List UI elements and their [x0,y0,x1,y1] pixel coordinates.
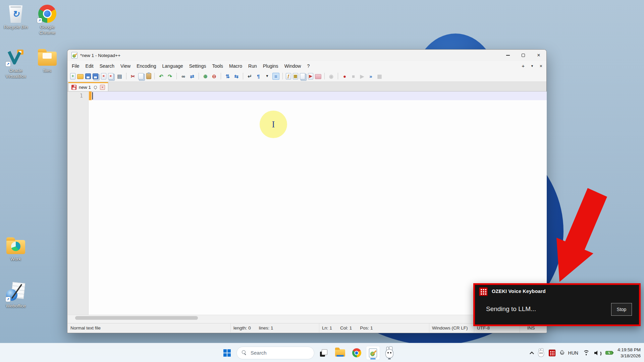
paste-icon[interactable] [146,73,151,79]
run-macro-multiple-icon[interactable]: » [367,73,374,80]
chrome-icon [352,348,361,357]
record-macro-icon[interactable]: ● [341,73,348,80]
line-number: 1 [80,93,83,99]
stop-macro-icon[interactable]: ■ [350,73,357,80]
start-button[interactable] [220,346,234,360]
menu-item-edit[interactable]: Edit [83,62,97,70]
close-file-icon[interactable]: × [101,73,106,79]
menu-item-macro[interactable]: Macro [226,62,245,70]
menu-item-file[interactable]: File [69,62,83,70]
toolbar-separator [338,73,338,79]
desktop-icon-work[interactable]: Work [0,235,31,262]
window-title: *new 1 - Notepad++ [80,53,120,58]
line-number-gutter: 1 [68,92,89,315]
windows-logo-icon [223,349,231,357]
save-icon[interactable] [85,73,91,79]
desktop-icon-google-chrome[interactable]: ↗ Google Chrome [32,3,63,36]
menu-item-help[interactable]: ? [304,62,313,70]
menu-item-plugins[interactable]: Plugins [260,62,281,70]
click-highlight: I [260,111,287,138]
document-list-icon[interactable] [300,73,305,79]
undo-icon[interactable]: ↶ [158,73,165,80]
desktop-icon-label: files [43,68,51,74]
print-icon[interactable]: ▤ [116,73,123,80]
menu-item-language[interactable]: Language [159,62,186,70]
find-icon[interactable]: ∞ [180,73,187,80]
close-all-icon[interactable]: × [108,73,113,79]
search-placeholder: Search [251,350,267,356]
tray-llama-icon[interactable] [538,349,544,357]
tray-volume-icon[interactable] [594,350,601,355]
unsaved-file-icon [71,85,76,90]
save-macro-icon[interactable]: ▦ [376,73,383,80]
status-insert-mode[interactable]: INS [527,325,535,330]
function-list-icon[interactable]: ƒ [286,73,291,79]
file-browser-icon[interactable]: ▶ [308,73,313,79]
redo-icon[interactable]: ↷ [166,73,173,80]
search-input[interactable]: Search [236,347,314,359]
current-line-highlight [92,92,547,100]
tab-new-1[interactable]: new 1 × [68,82,108,91]
new-tab-icon[interactable]: + [522,63,525,69]
close-button[interactable]: × [531,50,546,61]
taskbar-item-stacked-windows[interactable] [317,346,331,360]
taskbar-item-llama[interactable] [382,346,396,360]
close-tab-icon[interactable]: × [540,63,542,69]
menu-item-run[interactable]: Run [245,62,260,70]
sync-vertical-icon[interactable]: ⇅ [224,73,231,80]
scrollbar-thumb[interactable] [75,316,198,320]
new-file-icon[interactable]: + [70,73,75,79]
status-lines: lines: 1 [259,325,273,330]
replace-icon[interactable]: ⇄ [189,73,196,80]
maximize-button[interactable] [516,50,531,61]
menu-item-search[interactable]: Search [97,62,117,70]
menu-item-window[interactable]: Window [281,62,304,70]
pin-tab-icon[interactable] [93,85,98,89]
word-wrap-icon[interactable]: ↵ [246,73,253,80]
desktop-icon-files[interactable]: files [32,46,63,74]
folder-as-workspace-icon[interactable] [315,74,321,79]
tray-battery-icon[interactable]: ↯ [605,351,613,355]
shortcut-arrow-icon: ↗ [37,18,42,23]
zoom-in-icon[interactable]: ⊕ [202,73,209,80]
desktop-icon-recycle-bin[interactable]: ↻ Recycle Bin [0,3,31,30]
stop-button[interactable]: Stop [611,303,632,316]
tab-list-icon[interactable]: ▼ [531,64,534,68]
tray-microphone-icon[interactable] [560,350,564,356]
show-all-characters-icon[interactable]: ¶ [255,73,262,80]
status-encoding[interactable]: UTF-8 [477,325,490,330]
minimize-button[interactable] [500,50,516,61]
tray-ozeki-keyboard-icon[interactable] [549,350,555,356]
editor-area[interactable]: 1 [68,92,547,315]
open-file-icon[interactable] [77,74,84,79]
monitoring-icon[interactable]: ◉ [328,73,335,80]
taskbar-item-chrome[interactable] [350,346,364,360]
menu-item-encoding[interactable]: Encoding [133,62,159,70]
menu-item-tools[interactable]: Tools [209,62,226,70]
tray-wifi-icon[interactable] [583,350,590,355]
cut-icon[interactable]: ✂ [129,73,137,80]
taskbar-item-notepad-plus-plus[interactable] [366,346,380,360]
title-bar[interactable]: *new 1 - Notepad++ × [67,50,546,61]
play-macro-icon[interactable]: ▶ [359,73,366,80]
tray-time: 4:19:58 PM [618,347,641,353]
save-all-icon[interactable] [93,73,98,79]
document-map-icon[interactable]: ▦ [293,73,298,79]
status-column: Col: 1 [340,325,352,330]
copy-icon[interactable] [138,73,144,79]
status-eol[interactable]: Windows (CR LF) [432,325,468,330]
sync-horizontal-icon[interactable]: ⇆ [233,73,240,80]
indent-guide-icon[interactable]: ≡ [272,73,279,80]
desktop-icon-weboffice[interactable]: ↗ Weboffice [0,282,31,309]
close-tab-x-icon[interactable]: × [100,85,105,90]
tray-chevron-up-icon[interactable] [530,352,534,356]
zoom-out-icon[interactable]: ⊖ [211,73,218,80]
toolbar-dropdown-icon[interactable]: ▼ [264,73,271,80]
tray-language-indicator[interactable]: HUN [568,350,578,356]
menu-item-settings[interactable]: Settings [186,62,209,70]
tray-clock[interactable]: 4:19:58 PM 3/18/2026 [618,347,641,359]
taskbar-item-file-explorer[interactable] [333,346,347,360]
folder-icon [38,52,57,66]
menu-item-view[interactable]: View [117,62,133,70]
desktop-icon-oracle-virtualbox[interactable]: ↗ Oracle VirtualBox [0,46,31,79]
